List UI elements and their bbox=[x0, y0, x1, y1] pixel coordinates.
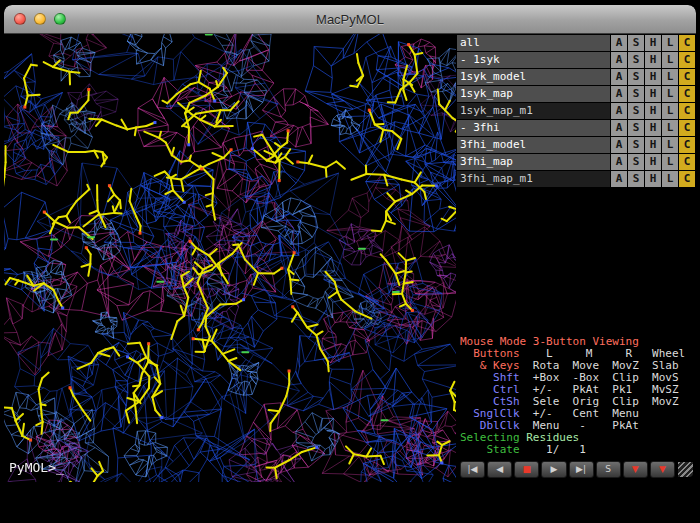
object-row: - 3fhiASHLC bbox=[457, 120, 695, 136]
loop-button[interactable]: ▼ bbox=[623, 461, 648, 478]
label-button[interactable]: L bbox=[662, 154, 678, 170]
mouse-panel: Mouse Mode 3-Button Viewing Buttons L M … bbox=[456, 334, 696, 457]
object-row: 1syk_modelASHLC bbox=[457, 69, 695, 85]
label-button[interactable]: L bbox=[662, 171, 678, 187]
object-row-name[interactable]: 3fhi_map_m1 bbox=[457, 171, 610, 187]
screen: { "window": { "title": "MacPyMOL" }, "vi… bbox=[0, 0, 700, 523]
action-button[interactable]: A bbox=[611, 35, 627, 51]
macpymol-window: MacPyMOL PyMOL>_ allASHLC- 1sykASHLC1syk… bbox=[4, 5, 696, 482]
step-back-button[interactable]: ◀ bbox=[487, 461, 512, 478]
object-row: allASHLC bbox=[457, 35, 695, 51]
label-button[interactable]: L bbox=[662, 69, 678, 85]
color-button[interactable]: C bbox=[679, 171, 695, 187]
text-segment: State bbox=[460, 443, 520, 456]
panel-spacer bbox=[456, 187, 696, 334]
show-button[interactable]: S bbox=[628, 103, 644, 119]
resize-grip[interactable] bbox=[678, 462, 693, 477]
object-row-name[interactable]: 1syk_map_m1 bbox=[457, 103, 610, 119]
play-button[interactable]: ▶ bbox=[541, 461, 566, 478]
traffic-lights bbox=[14, 5, 66, 33]
show-button[interactable]: S bbox=[628, 35, 644, 51]
hide-button[interactable]: H bbox=[645, 52, 661, 68]
color-button[interactable]: C bbox=[679, 86, 695, 102]
label-button[interactable]: L bbox=[662, 120, 678, 136]
title-bar[interactable]: MacPyMOL bbox=[4, 5, 696, 34]
action-button[interactable]: A bbox=[611, 69, 627, 85]
vcr-bar: |◀◀■▶▶|S▼▼ bbox=[456, 457, 696, 482]
object-row-name[interactable]: all bbox=[457, 35, 610, 51]
object-row-name[interactable]: 3fhi_map bbox=[457, 154, 610, 170]
show-button[interactable]: S bbox=[628, 171, 644, 187]
color-button[interactable]: C bbox=[679, 120, 695, 136]
3d-viewport[interactable]: PyMOL>_ bbox=[4, 34, 456, 482]
label-button[interactable]: L bbox=[662, 35, 678, 51]
show-button[interactable]: S bbox=[628, 154, 644, 170]
color-button[interactable]: C bbox=[679, 69, 695, 85]
object-row-name[interactable]: 3fhi_model bbox=[457, 137, 610, 153]
close-button[interactable] bbox=[14, 13, 26, 25]
object-row-name[interactable]: - 3fhi bbox=[457, 120, 610, 136]
hide-button[interactable]: H bbox=[645, 35, 661, 51]
object-row: 1syk_map_m1ASHLC bbox=[457, 103, 695, 119]
zoom-button[interactable] bbox=[54, 13, 66, 25]
label-button[interactable]: L bbox=[662, 52, 678, 68]
object-row: - 1sykASHLC bbox=[457, 52, 695, 68]
show-button[interactable]: S bbox=[628, 52, 644, 68]
color-button[interactable]: C bbox=[679, 103, 695, 119]
label-button[interactable]: L bbox=[662, 86, 678, 102]
label-button[interactable]: L bbox=[662, 137, 678, 153]
action-button[interactable]: A bbox=[611, 120, 627, 136]
object-row: 3fhi_modelASHLC bbox=[457, 137, 695, 153]
hide-button[interactable]: H bbox=[645, 103, 661, 119]
object-row: 3fhi_mapASHLC bbox=[457, 154, 695, 170]
molecule-render-canvas[interactable] bbox=[4, 34, 456, 482]
show-button[interactable]: S bbox=[628, 86, 644, 102]
command-prompt[interactable]: PyMOL>_ bbox=[9, 460, 64, 475]
show-button[interactable]: S bbox=[628, 137, 644, 153]
window-title: MacPyMOL bbox=[316, 12, 384, 27]
mode-button[interactable]: ▼ bbox=[650, 461, 675, 478]
action-button[interactable]: A bbox=[611, 52, 627, 68]
text-segment: 1/ 1 bbox=[520, 443, 586, 456]
stop-button[interactable]: ■ bbox=[514, 461, 539, 478]
action-button[interactable]: A bbox=[611, 154, 627, 170]
color-button[interactable]: C bbox=[679, 154, 695, 170]
object-row: 1syk_mapASHLC bbox=[457, 86, 695, 102]
state-line: State 1/ 1 bbox=[460, 444, 692, 456]
label-button[interactable]: L bbox=[662, 103, 678, 119]
object-row-name[interactable]: 1syk_map bbox=[457, 86, 610, 102]
action-button[interactable]: A bbox=[611, 137, 627, 153]
hide-button[interactable]: H bbox=[645, 154, 661, 170]
control-panel: allASHLC- 1sykASHLC1syk_modelASHLC1syk_m… bbox=[456, 34, 696, 482]
hide-button[interactable]: H bbox=[645, 171, 661, 187]
hide-button[interactable]: H bbox=[645, 86, 661, 102]
seek-start-button[interactable]: |◀ bbox=[460, 461, 485, 478]
action-button[interactable]: A bbox=[611, 171, 627, 187]
color-button[interactable]: C bbox=[679, 35, 695, 51]
hide-button[interactable]: H bbox=[645, 120, 661, 136]
hide-button[interactable]: H bbox=[645, 137, 661, 153]
object-row: 3fhi_map_m1ASHLC bbox=[457, 171, 695, 187]
object-row-name[interactable]: - 1syk bbox=[457, 52, 610, 68]
show-button[interactable]: S bbox=[628, 120, 644, 136]
s-button[interactable]: S bbox=[596, 461, 621, 478]
color-button[interactable]: C bbox=[679, 137, 695, 153]
action-button[interactable]: A bbox=[611, 86, 627, 102]
window-content: PyMOL>_ allASHLC- 1sykASHLC1syk_modelASH… bbox=[4, 34, 696, 482]
object-list: allASHLC- 1sykASHLC1syk_modelASHLC1syk_m… bbox=[456, 34, 696, 187]
show-button[interactable]: S bbox=[628, 69, 644, 85]
hide-button[interactable]: H bbox=[645, 69, 661, 85]
vcr-controls: |◀◀■▶▶|S▼▼ bbox=[460, 461, 675, 478]
object-row-name[interactable]: 1syk_model bbox=[457, 69, 610, 85]
seek-end-button[interactable]: ▶| bbox=[569, 461, 594, 478]
color-button[interactable]: C bbox=[679, 52, 695, 68]
minimize-button[interactable] bbox=[34, 13, 46, 25]
action-button[interactable]: A bbox=[611, 103, 627, 119]
